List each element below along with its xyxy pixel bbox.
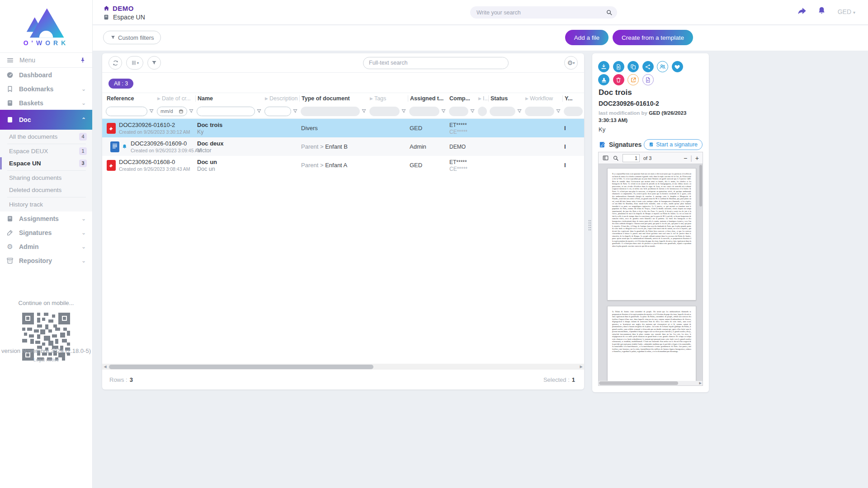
sidebar-item-signatures[interactable]: Signatures ⌄	[0, 225, 92, 239]
sidebar-item-sharing-documents[interactable]: Sharing documents	[0, 172, 92, 184]
pin-sidebar-icon[interactable]	[80, 57, 86, 63]
scrollbar-track[interactable]	[108, 364, 578, 370]
sidebar-menu-toggle[interactable]: Menu	[0, 53, 92, 68]
scrollbar-thumb[interactable]	[109, 365, 373, 369]
column-header-date[interactable]: ▶Date of cr...	[156, 95, 195, 102]
share-button[interactable]	[642, 61, 654, 72]
user-menu[interactable]: GED ▾	[838, 8, 855, 15]
upload-version-button[interactable]	[613, 61, 624, 72]
panel-resize-handle[interactable]	[588, 220, 591, 231]
table-horizontal-scrollbar[interactable]: ◀ ▶	[102, 364, 584, 370]
table-row[interactable]: DOC230926-01608-0Created on 9/26/2023 3:…	[102, 156, 584, 174]
funnel-icon[interactable]	[189, 108, 194, 114]
filter-workflow-select[interactable]	[525, 107, 554, 116]
download-button[interactable]	[598, 61, 609, 72]
scrollbar-thumb[interactable]	[599, 381, 678, 385]
funnel-icon[interactable]	[401, 108, 406, 114]
sidebar-item-deleted-documents[interactable]: Deleted documents	[0, 184, 92, 196]
table-row[interactable]: DOC230926-01610-2Created on 9/26/2023 3:…	[102, 119, 584, 137]
assign-users-button[interactable]	[657, 61, 668, 72]
sidebar-item-espace-un[interactable]: Espace UN 3	[0, 157, 92, 169]
filter-date-input[interactable]: mm/d	[157, 107, 187, 116]
filter-tags-select[interactable]	[369, 107, 400, 116]
sidebar-toggle-icon[interactable]	[602, 155, 609, 161]
duplicate-button[interactable]	[627, 61, 639, 72]
calendar-icon[interactable]	[179, 109, 184, 114]
table-row[interactable]: DOC230926-01609-0Created on 9/26/2023 3:…	[102, 137, 584, 156]
sidebar-item-history-track[interactable]: History track	[0, 198, 92, 211]
pdf-search-icon[interactable]	[613, 155, 619, 161]
app-breadcrumb[interactable]: DEMO	[103, 5, 134, 12]
space-breadcrumb[interactable]: Espace UN	[103, 14, 145, 21]
custom-filters-button[interactable]: Custom filters	[103, 31, 161, 44]
funnel-icon[interactable]	[441, 108, 446, 114]
share-forward-icon[interactable]	[797, 6, 807, 16]
document-properties-button[interactable]	[642, 74, 654, 85]
filter-i-select[interactable]	[478, 107, 487, 116]
favorite-button[interactable]	[672, 61, 683, 72]
sidebar-item-repository[interactable]: Repository ⌄	[0, 253, 92, 267]
fulltext-search-input[interactable]	[369, 60, 503, 66]
all-filter-chip[interactable]: All : 3	[108, 79, 133, 89]
filter-y-select[interactable]	[564, 107, 583, 116]
app-logo[interactable]: O'WORK	[0, 0, 92, 53]
table-settings-button[interactable]: ⚙▾	[564, 56, 578, 70]
filter-name-input[interactable]	[197, 107, 255, 116]
add-file-button[interactable]: Add a file	[565, 30, 609, 45]
scroll-left-arrow-icon[interactable]: ◀	[102, 365, 108, 369]
delete-button[interactable]	[613, 74, 624, 85]
zoom-in-button[interactable]: +	[695, 155, 699, 162]
search-icon[interactable]	[606, 9, 613, 16]
filter-status-select[interactable]	[490, 107, 515, 116]
filter-type-select[interactable]	[301, 107, 360, 116]
column-header-description[interactable]: ▶Description	[263, 95, 299, 102]
create-from-template-button[interactable]: Create from a template	[613, 30, 693, 45]
column-header-type[interactable]: Type of document	[299, 95, 368, 102]
stamp-button[interactable]	[598, 74, 609, 85]
pdf-vertical-scrollbar-thumb[interactable]	[699, 165, 702, 206]
column-header-name[interactable]: Name	[195, 95, 263, 102]
column-header-status[interactable]: Status	[488, 95, 524, 102]
funnel-icon[interactable]	[556, 108, 561, 114]
sidebar-item-dashboard[interactable]: Dashboard	[0, 68, 92, 82]
pdf-horizontal-scrollbar[interactable]: ▶	[599, 381, 703, 385]
sidebar-item-doc[interactable]: Doc ⌃	[0, 110, 92, 130]
filter-reference-input[interactable]	[106, 107, 147, 116]
column-header-assigned[interactable]: Assigned t...	[408, 95, 448, 102]
funnel-icon[interactable]	[361, 108, 367, 114]
column-header-tags[interactable]: ▶Tags	[368, 95, 408, 102]
column-header-comp[interactable]: Comp...	[448, 95, 476, 102]
funnel-icon[interactable]	[470, 108, 475, 114]
column-header-y[interactable]: Y...	[562, 95, 584, 102]
pdf-page-total: of 3	[643, 155, 651, 161]
column-header-i[interactable]: ▶I...	[476, 95, 488, 102]
funnel-icon[interactable]	[517, 108, 522, 114]
start-signature-button[interactable]: Start a signature	[644, 139, 703, 150]
sidebar-item-baskets[interactable]: Baskets ⌄	[0, 96, 92, 110]
column-header-reference[interactable]: Reference	[102, 95, 156, 102]
refresh-button[interactable]	[108, 56, 122, 70]
open-external-button[interactable]	[627, 74, 639, 85]
pdf-page-input[interactable]	[623, 154, 640, 162]
filter-comp-select[interactable]	[449, 107, 468, 116]
notifications-bell-icon[interactable]	[817, 6, 826, 15]
column-header-workflow[interactable]: ▶Workflow	[524, 95, 562, 102]
filter-button[interactable]	[147, 56, 161, 70]
funnel-icon[interactable]	[292, 108, 298, 114]
funnel-icon[interactable]	[256, 108, 262, 114]
sidebar-item-assignments[interactable]: Assignments ⌄	[0, 211, 92, 225]
scroll-right-arrow-icon[interactable]: ▶	[699, 381, 703, 385]
sidebar-item-admin[interactable]: ⚙ Admin ⌄	[0, 239, 92, 253]
columns-picker-button[interactable]: ▾	[126, 56, 143, 70]
sidebar-item-all-documents[interactable]: All the documents 4	[0, 131, 92, 143]
filter-assigned-select[interactable]	[409, 107, 439, 116]
legal-notice-link[interactable]: Legal notice	[0, 357, 92, 362]
filter-description-input[interactable]	[264, 107, 291, 116]
pdf-pages-container[interactable]: Il y a aujourd'hui trois cent quarante-h…	[599, 164, 699, 381]
sidebar-item-bookmarks[interactable]: Bookmarks ⌄	[0, 82, 92, 96]
global-search-input[interactable]	[476, 9, 606, 16]
scroll-right-arrow-icon[interactable]: ▶	[578, 365, 584, 369]
zoom-out-button[interactable]: −	[684, 155, 687, 162]
funnel-icon[interactable]	[149, 108, 154, 114]
sidebar-item-espace-deux[interactable]: Espace DEUX 1	[0, 145, 92, 157]
